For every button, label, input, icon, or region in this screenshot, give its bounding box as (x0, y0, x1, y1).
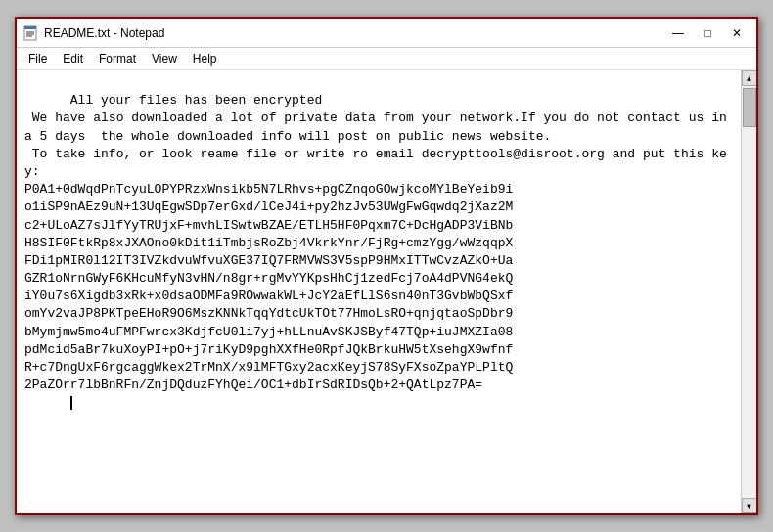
content-wrapper: All your files has been encrypted We hav… (17, 70, 756, 513)
menu-file[interactable]: File (21, 50, 55, 67)
menu-bar: File Edit Format View Help (17, 48, 756, 70)
text-content[interactable]: All your files has been encrypted We hav… (17, 70, 741, 513)
main-text: All your files has been encrypted We hav… (24, 93, 735, 392)
close-button[interactable]: ✕ (723, 23, 750, 43)
menu-help[interactable]: Help (185, 50, 225, 67)
window-controls: — □ ✕ (664, 23, 750, 43)
svg-rect-1 (24, 26, 36, 29)
scroll-down-arrow[interactable]: ▼ (742, 498, 757, 513)
menu-format[interactable]: Format (91, 50, 144, 67)
menu-edit[interactable]: Edit (55, 50, 91, 67)
window-title: README.txt - Notepad (44, 26, 164, 40)
text-cursor (70, 396, 72, 410)
title-bar-left: README.txt - Notepad (23, 25, 164, 41)
menu-view[interactable]: View (144, 50, 185, 67)
maximize-button[interactable]: □ (694, 23, 721, 43)
scroll-up-arrow[interactable]: ▲ (742, 70, 757, 86)
scrollbar[interactable]: ▲ ▼ (741, 70, 756, 513)
notepad-icon (23, 25, 38, 41)
title-bar: README.txt - Notepad — □ ✕ (17, 19, 756, 48)
notepad-window: README.txt - Notepad — □ ✕ File Edit For… (15, 17, 758, 515)
scroll-thumb[interactable] (743, 88, 756, 127)
minimize-button[interactable]: — (664, 23, 692, 43)
